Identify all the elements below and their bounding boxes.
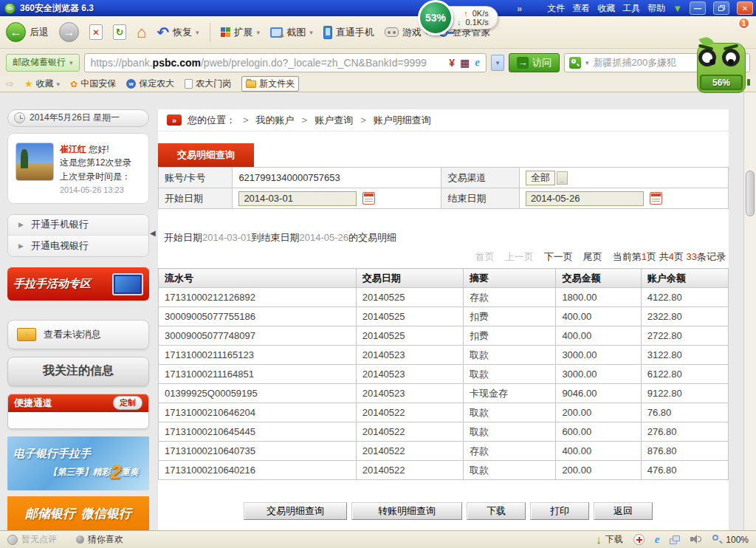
windows-layout-icon[interactable] [670,535,680,544]
last-page-link[interactable]: 尾页 [583,250,602,264]
menu-help[interactable]: 帮助 [647,2,665,15]
skin-tshirt-icon[interactable]: ▼ [673,3,682,14]
arrow-right-icon: ▶ [18,221,24,228]
bookmark-folder-item[interactable]: 新文件夹 [241,76,299,92]
breadcrumb-separator: > [243,114,249,126]
restore-session-button[interactable]: ↶ 恢复 ▾ [157,25,199,40]
print-button[interactable]: 打印 [530,502,589,520]
favorites-button[interactable]: ★ 收藏 ▾ [24,78,60,90]
forward-button[interactable]: → [59,22,79,42]
table-row: 1713100021116512320140523取款3000.003122.8… [159,346,729,365]
breadcrumb-item-detail-query: 账户明细查询 [374,114,431,127]
flower-icon: ✿ [70,79,78,89]
ie-mode-icon[interactable]: e [655,533,660,546]
ebank-campaign-banner[interactable]: 电子银行手拉手 【第三季】精彩2重奏 [7,436,149,491]
upload-speed: 0K/s [472,9,489,18]
url-dropdown-button[interactable]: ▾ [491,55,504,71]
site-identity-label: 邮政储蓄银行 [13,56,66,69]
wechat-bank-banner[interactable]: 邮储银行 微信银行 [7,496,149,530]
activity-banner[interactable]: 手拉手活动专区 [7,267,149,301]
zoom-control[interactable]: 100% [712,535,749,545]
repair-icon[interactable] [633,534,645,545]
breadcrumb-item-account-query[interactable]: 账户查询 [315,114,353,127]
return-button[interactable]: 返回 [594,502,653,520]
download-manager-button[interactable]: ↓ 下载 [596,533,623,546]
restore-icon [718,5,725,11]
menu-view[interactable]: 查看 [572,2,590,15]
arrow-right-icon: ▶ [18,242,24,250]
bank-security-icon[interactable]: ¥ [449,57,455,69]
scrollbar-track[interactable] [743,92,756,530]
scrollbar-thumb[interactable] [746,171,755,216]
site-review-status[interactable]: 暂无点评 [7,533,57,546]
close-button[interactable]: ✕ [737,1,753,15]
menu-file[interactable]: 文件 [547,2,565,15]
download-button[interactable]: 下载 [467,502,526,520]
breadcrumb-item-my-account[interactable]: 我的账户 [256,114,295,127]
refresh-button[interactable]: ↻ [113,24,126,40]
url-input[interactable]: https://pbank.psbc.com/pweb/prelogin.do?… [84,53,487,72]
channel-dropdown-button[interactable]: .. [557,171,568,185]
screenshot-icon: ✂ [270,27,283,38]
visit-button[interactable]: → 访问 [509,53,560,72]
table-row: 1713100021116485120140523取款3000.006122.8… [159,365,729,384]
menu-favorites[interactable]: 收藏 [597,2,615,15]
table-cell: 17131000211165123 [159,346,357,365]
download-arrow-icon: ↓ [596,533,602,546]
search-icon[interactable] [569,57,581,69]
sidebar-collapse-icon[interactable]: ◀ [150,229,156,237]
chevron-down-icon: ▾ [257,29,261,36]
table-cell: 2322.80 [641,307,728,326]
guess-you-like[interactable]: 猜你喜欢 [76,533,123,546]
transfer-detail-query-button[interactable]: 转账明细查询 [351,502,462,520]
notification-badge[interactable]: 1 [738,17,750,30]
download-label: 下载 [605,533,623,546]
table-cell: 2722.80 [641,326,728,346]
qr-code-icon[interactable]: ▦ [460,58,470,68]
calendar-icon[interactable] [362,192,375,205]
status-bar: 暂无点评 猜你喜欢 ↓ 下载 e 100% [0,530,756,548]
back-button[interactable]: ← 后退 [6,22,49,42]
ie-compat-icon[interactable]: e [475,56,480,69]
unread-messages-button[interactable]: 查看未读消息 [7,320,149,349]
transaction-detail-query-button[interactable]: 交易明细查询 [244,502,347,520]
download-speed: 0.1K/s [466,18,489,27]
login-count: 这是您第12次登录 [60,156,131,170]
minimize-button[interactable]: — [690,1,706,15]
undo-icon: ↶ [157,25,169,40]
tab-transaction-detail[interactable]: 交易明细查询 [158,143,254,167]
bookmarks-chevron-icon[interactable]: ⇨ [6,78,14,89]
stop-button[interactable]: ✕ [89,24,103,40]
mascot-widget[interactable]: 56% [690,40,755,95]
home-button[interactable]: ⌂ [137,24,146,41]
network-speed-widget[interactable]: 53% ↑0K/s ↓0.1K/s [418,0,498,35]
breadcrumb-separator: > [302,114,308,126]
site-identity-button[interactable]: 邮政储蓄银行 ▾ [6,54,80,72]
extensions-button[interactable]: 扩展 ▾ [221,26,261,39]
next-page-link[interactable]: 下一页 [544,250,573,264]
acceleration-badge[interactable]: 53% [418,0,453,35]
restore-button[interactable] [713,1,729,15]
direct-phone-button[interactable]: 直通手机 [323,26,374,39]
speaker-icon[interactable] [690,535,702,544]
first-page-link: 首页 [475,250,495,264]
overflow-chevron-icon[interactable]: » [517,3,522,14]
calendar-icon[interactable] [650,192,662,205]
bookmark-item[interactable]: 农大门岗 [185,78,231,90]
bookmark-item[interactable]: ✿ 中国安保 [70,78,116,90]
screenshot-button[interactable]: ✂ 截图 ▾ [270,26,313,39]
bookmark-label: 保定农大 [139,78,174,90]
customize-button[interactable]: 定制 [113,396,142,410]
sidebar-item-tv-banking[interactable]: ▶ 开通电视银行 [8,236,148,256]
menu-tools[interactable]: 工具 [622,2,640,15]
table-cell: 6122.80 [641,365,728,384]
tv-graphic [112,273,143,295]
channel-select[interactable]: 全部 .. [526,171,568,185]
start-date-input[interactable]: 2014-03-01 [238,191,357,206]
bookmark-item[interactable]: w 保定农大 [126,78,174,90]
sidebar-item-mobile-banking[interactable]: ▶ 开通手机银行 [8,215,148,236]
user-account-icon[interactable] [529,3,540,13]
focused-info-button[interactable]: 我关注的信息 [7,357,149,386]
header-summary: 摘要 [464,269,556,288]
end-date-input[interactable]: 2014-05-26 [526,191,644,206]
